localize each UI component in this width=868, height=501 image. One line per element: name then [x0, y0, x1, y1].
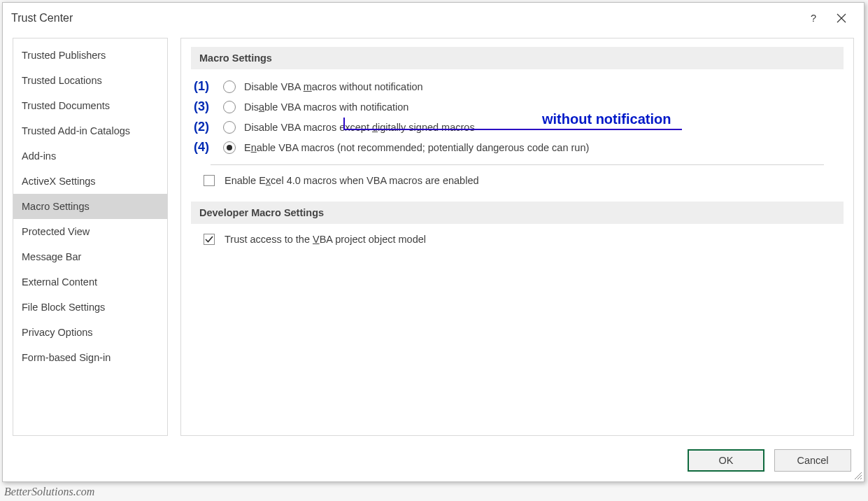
- sidebar-item-privacy-options[interactable]: Privacy Options: [13, 320, 167, 345]
- macro-option-1-radio[interactable]: [223, 80, 236, 93]
- resize-grip[interactable]: [853, 470, 862, 480]
- titlebar: Trust Center ?: [3, 3, 864, 34]
- developer-macro-settings-header: Developer Macro Settings: [191, 202, 844, 224]
- sidebar: Trusted Publishers Trusted Locations Tru…: [13, 38, 168, 436]
- sidebar-item-message-bar[interactable]: Message Bar: [13, 244, 167, 269]
- annotation-number-4: (4): [194, 140, 215, 155]
- resize-grip-icon: [853, 470, 862, 480]
- sidebar-item-trusted-publishers[interactable]: Trusted Publishers: [13, 43, 167, 68]
- check-icon: [205, 235, 213, 244]
- macro-option-1-row: (1) Disable VBA macros without notificat…: [194, 79, 844, 94]
- content-panel: Macro Settings (1) Disable VBA macros wi…: [180, 38, 854, 436]
- trust-vba-label: Trust access to the VBA project object m…: [225, 234, 426, 245]
- sidebar-item-form-based-signin[interactable]: Form-based Sign-in: [13, 345, 167, 370]
- sidebar-item-activex-settings[interactable]: ActiveX Settings: [13, 169, 167, 194]
- annotation-number-3: (3): [194, 99, 215, 114]
- sidebar-item-file-block-settings[interactable]: File Block Settings: [13, 295, 167, 320]
- svg-line-4: [860, 478, 862, 479]
- window-title: Trust Center: [11, 12, 799, 24]
- close-icon: [837, 13, 846, 23]
- macro-option-1-label: Disable VBA macros without notification: [244, 81, 423, 92]
- trust-center-dialog: Trust Center ? Trusted Publishers Truste…: [2, 2, 865, 482]
- macro-option-2-label: Disable VBA macros with notification: [244, 101, 408, 113]
- macro-option-4-radio[interactable]: [223, 141, 236, 154]
- annotation-callout-line: [343, 118, 682, 130]
- excel4-label: Enable Excel 4.0 macros when VBA macros …: [225, 175, 479, 186]
- dialog-body: Trusted Publishers Trusted Locations Tru…: [3, 34, 864, 436]
- macro-option-3-radio[interactable]: [223, 121, 236, 134]
- dialog-footer: OK Cancel: [688, 449, 851, 472]
- sidebar-item-protected-view[interactable]: Protected View: [13, 219, 167, 244]
- sidebar-item-trusted-locations[interactable]: Trusted Locations: [13, 68, 167, 93]
- sidebar-item-macro-settings[interactable]: Macro Settings: [13, 194, 167, 219]
- annotation-number-1: (1): [194, 79, 215, 94]
- trust-vba-row: Trust access to the VBA project object m…: [204, 234, 844, 245]
- macro-option-2-radio[interactable]: [223, 101, 236, 113]
- macro-option-2-row: (3) Disable VBA macros with notification: [194, 99, 844, 114]
- sidebar-item-external-content[interactable]: External Content: [13, 269, 167, 295]
- trust-vba-checkbox[interactable]: [204, 234, 215, 245]
- excel4-row: Enable Excel 4.0 macros when VBA macros …: [204, 175, 844, 186]
- annotation-number-2: (2): [194, 120, 215, 134]
- cancel-button[interactable]: Cancel: [774, 449, 851, 472]
- macro-option-4-row: (4) Enable VBA macros (not recommended; …: [194, 140, 844, 155]
- help-button[interactable]: ?: [799, 3, 827, 34]
- separator: [211, 164, 824, 165]
- watermark: BetterSolutions.com: [4, 486, 94, 498]
- macro-option-4-label: Enable VBA macros (not recommended; pote…: [244, 142, 589, 153]
- sidebar-item-add-ins[interactable]: Add-ins: [13, 143, 167, 169]
- close-button[interactable]: [827, 3, 855, 34]
- ok-button[interactable]: OK: [688, 449, 764, 472]
- sidebar-item-trusted-addin-catalogs[interactable]: Trusted Add-in Catalogs: [13, 118, 167, 143]
- excel4-checkbox[interactable]: [204, 175, 215, 186]
- sidebar-item-trusted-documents[interactable]: Trusted Documents: [13, 93, 167, 118]
- macro-settings-header: Macro Settings: [191, 47, 844, 69]
